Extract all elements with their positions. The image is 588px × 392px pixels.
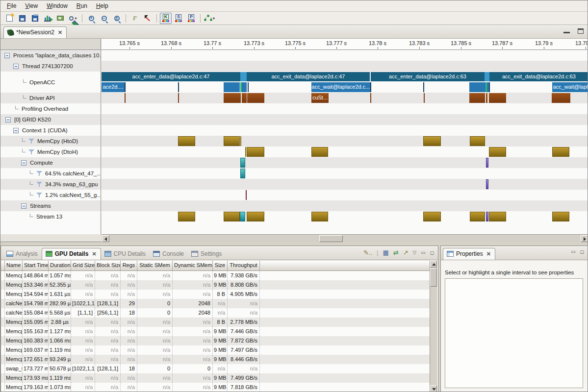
tree-row[interactable]: Driver API: [0, 93, 101, 103]
tab-analysis[interactable]: Analysis: [3, 248, 42, 260]
filter-funnel-icon[interactable]: [28, 149, 35, 155]
tree-row[interactable]: 64.5% calcNext_47_...: [0, 168, 101, 179]
marker-filter-button[interactable]: F: [129, 13, 141, 24]
timeline-interval[interactable]: [489, 82, 490, 92]
edit-marker-icon[interactable]: ✎..: [363, 249, 372, 256]
timeline-interval[interactable]: [552, 212, 569, 221]
timeline-interval[interactable]: cuSt...: [311, 93, 329, 103]
timeline-interval[interactable]: [552, 147, 569, 157]
column-header-static-smem[interactable]: Static SMem: [137, 261, 173, 270]
timeline-interval[interactable]: [240, 72, 247, 81]
tree-row[interactable]: [0] GRID K520: [0, 114, 101, 125]
collapse-minus-icon[interactable]: [5, 117, 11, 122]
timeline-interval[interactable]: [245, 147, 246, 157]
layout-icon[interactable]: ▦: [383, 249, 388, 256]
panel-maximize-icon[interactable]: ◻: [430, 250, 434, 255]
analysis-report-button[interactable]: [42, 13, 53, 24]
dependency-analysis-button[interactable]: ▾: [204, 13, 215, 24]
table-row[interactable]: Memcpy169.037 ms1.119 msn/an/an/an/an/a9…: [1, 345, 431, 355]
timeline-interval[interactable]: [486, 158, 488, 168]
stream-view-toggle[interactable]: S: [173, 13, 184, 24]
timeline-interval[interactable]: [311, 212, 328, 221]
table-row[interactable]: Memcpy155.095 ms2.88 µsn/an/an/an/an/a8 …: [1, 318, 431, 327]
table-scroll-down-button[interactable]: [430, 385, 437, 392]
tree-row[interactable]: MemCpy (DtoH): [0, 147, 101, 157]
timeline-interval[interactable]: [469, 93, 485, 103]
timeline-interval[interactable]: [470, 212, 485, 221]
timeline-interval[interactable]: [423, 212, 441, 221]
collapse-minus-icon[interactable]: [13, 128, 19, 133]
menu-view[interactable]: View: [21, 1, 42, 11]
table-scroll-up-button[interactable]: [430, 261, 437, 268]
tree-row[interactable]: Profiling Overhead: [0, 103, 101, 114]
timeline-interval[interactable]: acc_exit_data@laplace2d.c:47: [247, 72, 370, 81]
tree-row[interactable]: Streams: [0, 200, 101, 211]
properties-minimize-icon[interactable]: ▭: [571, 249, 575, 254]
timeline-interval[interactable]: [224, 93, 241, 103]
menu-help[interactable]: Help: [92, 1, 113, 11]
timeline-interval[interactable]: [485, 72, 489, 81]
export-icon[interactable]: ↗: [403, 249, 409, 256]
timeline-interval[interactable]: [370, 82, 371, 92]
table-row[interactable]: Memcpy148.864 ms1.057 msn/an/an/an/an/a9…: [1, 271, 431, 280]
session-tab[interactable]: *NewSession2 ✕: [3, 26, 67, 38]
timeline-interval[interactable]: [240, 212, 245, 221]
timeline-interval[interactable]: [311, 147, 328, 157]
timeline-interval[interactable]: [178, 136, 195, 146]
tree-row[interactable]: Process "laplace_data_clauses 10...: [0, 50, 101, 61]
timeline-interval[interactable]: [125, 93, 126, 103]
table-row[interactable]: Memcpy154.594 ms1.631 µsn/an/an/an/an/a8…: [1, 290, 431, 299]
new-session-button[interactable]: [3, 13, 15, 24]
save-all-button[interactable]: [29, 13, 41, 24]
timeline-interval[interactable]: [486, 212, 488, 221]
timeline-interval[interactable]: [178, 93, 179, 103]
table-row[interactable]: Memcpy172.651 ms93.249 µsn/an/an/an/an/a…: [1, 355, 431, 364]
column-header-size[interactable]: Size: [213, 261, 228, 270]
column-header-throughput[interactable]: Throughput: [228, 261, 260, 270]
timeline-interval[interactable]: [240, 169, 245, 178]
timeline-interval[interactable]: [552, 93, 570, 103]
timeline-interval[interactable]: [224, 136, 240, 146]
timeline-interval[interactable]: [247, 212, 264, 221]
column-header-block-size[interactable]: Block Size: [95, 261, 121, 270]
table-row[interactable]: swap_63173.727 ms50.678 µs[1022,1,1][128…: [1, 364, 431, 373]
go-to-marker-button[interactable]: [142, 13, 153, 24]
timeline-horizontal-scrollbar[interactable]: [102, 234, 588, 242]
timeline-interval[interactable]: [248, 82, 249, 92]
column-header-dynamic-smem[interactable]: Dynamic SMem: [173, 261, 213, 270]
tree-row[interactable]: OpenACC: [0, 72, 101, 93]
tab-settings[interactable]: Settings: [188, 248, 226, 260]
timeline-interval[interactable]: [486, 179, 488, 189]
table-row[interactable]: Memcpy179.163 ms1.073 msn/an/an/an/an/a9…: [1, 383, 431, 392]
tree-row[interactable]: Thread 2741307200: [0, 61, 101, 72]
column-header-duration[interactable]: Duration: [49, 261, 71, 270]
properties-tab-close-icon[interactable]: ✕: [486, 251, 491, 257]
timeline-interval[interactable]: [224, 212, 240, 221]
tree-row[interactable]: MemCpy (HtoD): [0, 136, 101, 147]
timeline-interval[interactable]: [240, 136, 241, 146]
timeline-interval[interactable]: [489, 212, 506, 221]
column-header-grid-size[interactable]: Grid Size: [71, 261, 95, 270]
tree-row[interactable]: Stream 13: [0, 211, 101, 222]
tree-row[interactable]: Compute: [0, 157, 101, 168]
table-row[interactable]: Memcpy153.346 ms52.355 µsn/an/an/an/an/a…: [1, 280, 431, 290]
panel-minimize-icon[interactable]: ▭: [421, 250, 425, 255]
table-row[interactable]: Memcpy173.93 ms1.119 msn/an/an/an/an/a9 …: [1, 373, 431, 383]
properties-maximize-icon[interactable]: ◻: [580, 249, 584, 254]
table-row[interactable]: calcNext154.798 ms282.99 µs[1022,1,1][12…: [1, 299, 431, 308]
collapse-minus-icon[interactable]: [13, 64, 19, 69]
timeline-interval[interactable]: [224, 82, 240, 92]
zoom-fit-button[interactable]: ±: [111, 13, 123, 24]
kernel-view-toggle[interactable]: K: [160, 13, 172, 24]
zoom-out-button[interactable]: −: [98, 13, 110, 24]
tab-cpu-details[interactable]: CPU Details: [101, 248, 150, 260]
timeline-interval[interactable]: [247, 93, 264, 103]
filter-funnel-icon[interactable]: [28, 138, 35, 144]
timeline-interval[interactable]: [469, 82, 486, 92]
session-tab-close-icon[interactable]: ✕: [58, 29, 62, 36]
editor-minimize-icon[interactable]: [563, 32, 570, 34]
timeline-interval[interactable]: [423, 136, 441, 146]
column-header-name[interactable]: Name: [5, 261, 23, 270]
timeline-interval[interactable]: acc_exit_data@laplace2d.c:63: [489, 72, 588, 81]
timeline-interval[interactable]: [240, 158, 245, 168]
